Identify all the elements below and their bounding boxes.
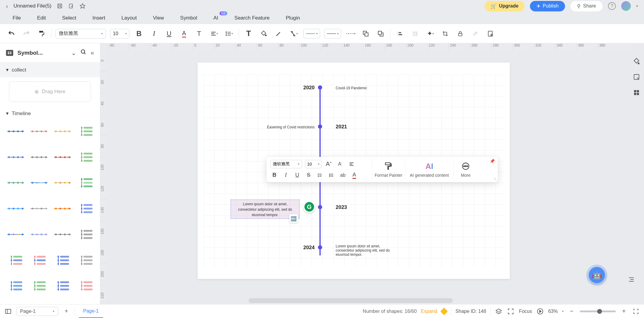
ctx-case-button[interactable]: ab [339,171,347,179]
page-selector[interactable]: Page-1 ▾ [16,307,58,316]
page-setup-button[interactable] [485,28,496,39]
timeline-shape-thumb[interactable] [5,201,26,216]
font-size-select[interactable]: 10 ▾ [110,29,129,38]
label-2021[interactable]: Easening of Covid restrictions [255,125,315,129]
connector-button[interactable]: ▾ [288,28,299,39]
zoom-dropdown-icon[interactable]: ▾ [562,310,564,313]
more-block[interactable]: More [454,157,478,182]
timeline-shape-thumb[interactable] [76,175,96,190]
collect-section-header[interactable]: ▾ collect [0,63,100,77]
translate-icon[interactable]: 🔤 [289,214,298,223]
timeline-shape-thumb[interactable] [52,253,73,268]
properties-button[interactable] [632,72,641,82]
ctx-text-color-button[interactable]: A [350,171,358,179]
menu-plugin[interactable]: Plugin [279,13,307,23]
timeline-shape-thumb[interactable] [29,124,49,139]
ctx-bold-button[interactable]: B [270,171,279,179]
timeline-shape-thumb[interactable] [29,253,49,268]
arrow-style-select[interactable]: ▾ [324,29,341,38]
insert-text-button[interactable]: T [243,28,254,39]
timeline-shape-thumb[interactable] [5,278,26,293]
timeline-shape-thumb[interactable] [29,175,49,190]
help-button[interactable]: ? [608,2,616,10]
lock-button[interactable] [455,28,466,39]
fill-button[interactable] [258,28,269,39]
timeline-dot-2024[interactable] [318,245,322,249]
ctx-italic-button[interactable]: I [282,171,290,179]
focus-target-icon[interactable] [507,307,515,315]
redo-button[interactable] [21,28,32,39]
pen-button[interactable] [273,28,284,39]
align-button[interactable]: ▾ [209,28,219,39]
timeline-shape-thumb[interactable] [52,201,73,216]
format-painter-block[interactable]: Format Painter [372,157,405,182]
canvas-area[interactable]: -80-60-40-200204060801001201401601802002… [100,43,644,304]
line-spacing-button[interactable]: ▾ [224,28,234,39]
timeline-dot-2021[interactable] [318,124,322,129]
zoom-slider-thumb[interactable] [597,309,602,314]
timeline-shape-thumb[interactable] [5,124,26,139]
menu-ai[interactable]: AIhot [207,13,225,23]
menu-insert[interactable]: Insert [86,13,112,23]
label-2024[interactable]: Lorem ipsum dolor sit amet, consectetur … [336,244,399,257]
star-icon[interactable] [80,3,86,9]
user-avatar[interactable] [621,1,631,11]
effects-button[interactable]: ✦▾ [425,28,436,39]
year-2023[interactable]: 2023 [336,204,347,210]
line-style-select[interactable]: ▾ [303,29,320,38]
group-button[interactable] [410,28,421,39]
timeline-shape-thumb[interactable] [52,150,73,165]
timeline-shape-thumb[interactable] [52,227,73,242]
search-icon[interactable] [80,49,86,57]
timeline-dot-2020[interactable] [318,85,322,90]
presentation-button[interactable] [536,307,544,315]
year-2021[interactable]: 2021 [336,124,347,130]
timeline-shape-thumb[interactable] [76,227,96,242]
publish-button[interactable]: ✈ Publish [530,1,565,11]
layers-button[interactable] [495,307,503,315]
drag-here-zone[interactable]: ⊕ Drag Here [9,81,91,102]
font-family-select[interactable]: 微软雅黑 ▾ [56,29,106,38]
menu-file[interactable]: File [6,13,27,23]
pages-panel-button[interactable] [4,307,12,315]
year-2024[interactable]: 2024 [297,245,315,251]
add-page-button[interactable]: + [62,307,70,315]
focus-label[interactable]: Focus [519,309,532,314]
file-name[interactable]: Unnamed File(5) [14,3,52,9]
collapse-sidebar-icon[interactable]: « [91,49,94,56]
expand-link[interactable]: Expand [421,309,437,314]
timeline-shape-thumb[interactable] [29,278,49,293]
zoom-value[interactable]: 63% [548,309,558,314]
decrease-font-button[interactable]: A- [336,160,344,168]
align-objects-button[interactable] [395,28,406,39]
horizontal-scrollbar[interactable] [249,298,453,303]
warning-badge-icon[interactable] [440,307,448,315]
ctx-line-spacing-button[interactable] [316,171,324,179]
menu-symbol[interactable]: Symbol [174,13,204,23]
timeline-dot-2023[interactable] [318,205,322,209]
zoom-out-button[interactable]: − [568,307,576,315]
ctx-size-select[interactable]: 10 ▾ [305,160,322,168]
timeline-shape-thumb[interactable] [29,150,49,165]
timeline-shape-thumb[interactable] [52,175,73,190]
zoom-in-button[interactable]: + [620,307,628,315]
share-button[interactable]: ⚲ Share [570,1,603,11]
timeline-shape-thumb[interactable] [5,175,26,190]
bold-button[interactable]: B [134,28,144,39]
text-color-button[interactable]: A [179,28,189,39]
menu-view[interactable]: View [147,13,171,23]
timeline-shape-thumb[interactable] [29,201,49,216]
user-menu-caret[interactable]: ▾ [636,4,638,8]
grammarly-icon[interactable]: G [303,201,315,213]
resize-handle-icon[interactable]: ⤡ [494,177,497,181]
format-painter-button[interactable] [36,28,47,39]
timeline-shape-thumb[interactable] [76,150,96,165]
menu-search-feature[interactable]: Search Feature [228,13,276,23]
label-2020[interactable]: Covid-19 Pandemic [336,86,367,90]
ctx-strikethrough-button[interactable]: S [304,171,313,179]
underline-button[interactable]: U [164,28,174,39]
timeline-shape-thumb[interactable] [76,278,96,293]
label-2023[interactable]: Lorem ipsum dolor sit amet, consectetur … [238,202,292,217]
tools-button[interactable] [470,28,481,39]
timeline-section-header[interactable]: ▾ Timeline [0,106,100,121]
